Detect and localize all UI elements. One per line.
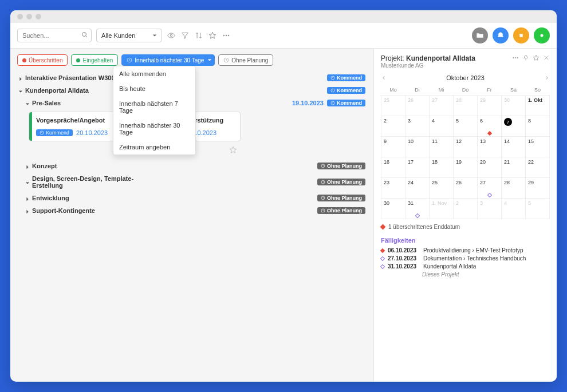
badge-kommend: Kommend <box>327 100 365 106</box>
svg-point-21 <box>517 57 518 58</box>
sort-icon[interactable] <box>194 31 203 40</box>
svg-point-3 <box>223 35 225 36</box>
search-icon <box>81 31 88 38</box>
caret-right-icon <box>25 196 30 200</box>
falligkeiten-title: Fälligkeiten <box>381 237 550 244</box>
fall-row[interactable]: 31.10.2023Kundenportal Alldata <box>381 263 550 270</box>
app-window: Alle Kunden Überschritten Eingehalten In… <box>10 10 557 382</box>
caret-right-icon <box>25 164 30 168</box>
fall-row[interactable]: 06.10.2023Produktvalidierung › EMV-Test … <box>381 247 550 254</box>
star-icon[interactable] <box>533 54 540 61</box>
clock-icon <box>223 57 229 63</box>
svg-point-4 <box>226 35 227 36</box>
svg-point-5 <box>228 35 229 36</box>
tree-item-support[interactable]: Support-Kontingente Ohne Planung <box>17 204 367 217</box>
diamond-red-icon <box>380 224 386 230</box>
min-traffic[interactable] <box>26 14 32 19</box>
svg-point-19 <box>513 57 514 58</box>
filter-row: Überschritten Eingehalten Innerhalb näch… <box>17 54 367 66</box>
eye-icon[interactable] <box>167 31 176 40</box>
chevron-down-icon <box>207 58 212 62</box>
filter-eingehalten[interactable]: Eingehalten <box>71 54 118 66</box>
caret-down-icon <box>25 101 30 105</box>
calendar-nav: Oktober 2023 <box>381 74 550 81</box>
falligkeiten-section: Fälligkeiten 06.10.2023Produktvalidierun… <box>381 237 550 278</box>
project-title: Projekt: Kundenportal Alldata <box>381 54 475 62</box>
prev-month-icon[interactable] <box>381 75 387 81</box>
folder-button[interactable] <box>472 27 488 43</box>
close-icon[interactable] <box>543 54 550 61</box>
content: Überschritten Eingehalten Innerhalb näch… <box>10 49 557 382</box>
tree-item-konzept[interactable]: Konzept Ohne Planung <box>17 160 367 172</box>
filter-dropdown-menu: Alle kommenden Bis heute Innerhalb nächs… <box>113 66 196 155</box>
green-button[interactable] <box>534 27 550 43</box>
pin-icon[interactable] <box>522 54 529 61</box>
filter-icon[interactable] <box>180 31 190 40</box>
badge-kommend: Kommend <box>36 129 73 136</box>
customer-dropdown-label: Alle Kunden <box>101 32 135 39</box>
orange-button[interactable] <box>513 27 529 43</box>
legend: 1 überschrittenes Enddatum <box>381 224 550 230</box>
badge-ohne: Ohne Planung <box>317 195 365 201</box>
filter-innerhalb[interactable]: Innerhalb nächster 30 Tage <box>121 54 215 66</box>
svg-point-0 <box>82 33 86 37</box>
star-icon[interactable] <box>208 31 217 40</box>
customer-name: Musterkunde AG <box>381 62 475 69</box>
toolbar: Alle Kunden <box>10 23 557 49</box>
clock-icon <box>127 57 132 63</box>
menu-item-bis[interactable]: Bis heute <box>113 81 195 96</box>
badge-ohne: Ohne Planung <box>317 179 365 185</box>
menu-item-alle[interactable]: Alle kommenden <box>113 66 195 81</box>
card-date: 20.10.2023 <box>76 129 108 136</box>
badge-kommend: Kommend <box>327 74 365 81</box>
max-traffic[interactable] <box>36 14 41 19</box>
caret-right-icon <box>18 76 23 80</box>
badge-kommend: Kommend <box>327 87 365 94</box>
calendar-title: Oktober 2023 <box>446 74 485 81</box>
badge-ohne: Ohne Planung <box>317 163 365 169</box>
today-marker: 7 <box>504 118 512 126</box>
filter-overschritten[interactable]: Überschritten <box>17 54 68 66</box>
fall-note: Dieses Projekt <box>422 271 550 278</box>
search-wrap <box>17 29 92 42</box>
svg-rect-6 <box>520 34 523 37</box>
caret-down-icon <box>18 88 23 93</box>
cards-row: Vorgespräche/Angebot Kommend20.10.2023 T… <box>29 112 367 141</box>
svg-point-2 <box>170 34 172 37</box>
badge-ohne: Ohne Planung <box>317 207 365 214</box>
caret-right-icon <box>25 208 30 213</box>
menu-item-zeitraum[interactable]: Zeitraum angeben <box>113 140 195 155</box>
chevron-down-icon <box>152 33 157 38</box>
diamond-vio-icon <box>380 256 385 261</box>
presales-date: 19.10.2023 <box>292 100 324 106</box>
bell-button[interactable] <box>493 27 509 43</box>
diamond-red-icon <box>380 248 385 253</box>
search-input[interactable] <box>17 29 92 42</box>
caret-down-icon <box>25 180 30 184</box>
left-panel: Überschritten Eingehalten Innerhalb näch… <box>10 49 373 382</box>
tree-item-design[interactable]: Design, Screen-Design, Template-Erstellu… <box>17 172 367 192</box>
star-icon[interactable] <box>229 146 237 154</box>
menu-item-30tage[interactable]: Innerhalb nächster 30 Tage <box>113 118 195 140</box>
titlebar <box>10 10 557 23</box>
fall-row[interactable]: 27.10.2023Dokumentation › Technisches Ha… <box>381 255 550 262</box>
diamond-vio-icon <box>380 264 385 269</box>
svg-line-1 <box>86 36 88 38</box>
svg-point-20 <box>515 57 516 58</box>
more-icon[interactable] <box>222 31 231 40</box>
close-traffic[interactable] <box>17 14 23 19</box>
svg-point-7 <box>541 34 544 37</box>
next-month-icon[interactable] <box>544 75 550 81</box>
filter-ohne[interactable]: Ohne Planung <box>218 54 273 66</box>
menu-item-7tage[interactable]: Innerhalb nächsten 7 Tage <box>113 96 195 118</box>
calendar-grid: MoDiMiDoFrSaSo 2526272829301. Okt 234567… <box>381 85 550 219</box>
right-header: Projekt: Kundenportal Alldata Musterkund… <box>381 54 550 69</box>
tree-item-entwicklung[interactable]: Entwicklung Ohne Planung <box>17 192 367 204</box>
customer-dropdown[interactable]: Alle Kunden <box>96 29 162 42</box>
more-icon[interactable] <box>512 54 519 61</box>
right-panel: Projekt: Kundenportal Alldata Musterkund… <box>373 49 557 382</box>
